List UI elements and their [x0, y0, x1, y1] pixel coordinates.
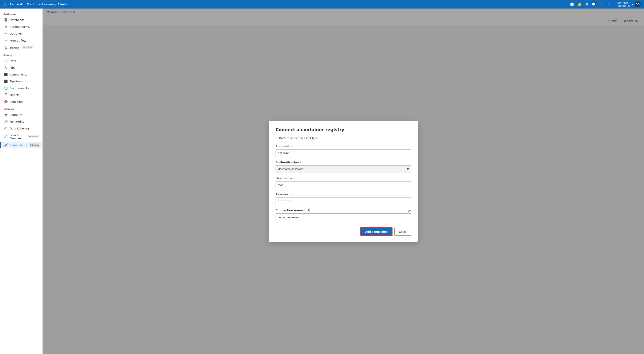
sidebar-label-data-labeling: Data Labeling	[10, 127, 29, 130]
sidebar-item-prompt-flow[interactable]: ≻ Prompt flow	[0, 37, 42, 44]
sidebar-item-linked-services[interactable]: 🔗 Linked Services PREVIEW	[0, 132, 42, 142]
password-required: *	[291, 193, 293, 196]
info-icon[interactable]: i	[307, 209, 310, 212]
sidebar-item-monitoring[interactable]: 📈 Monitoring	[0, 118, 42, 125]
sidebar-item-data[interactable]: 📊 Data	[0, 57, 42, 64]
authentication-group: Authentication * Username password Servi…	[276, 161, 411, 173]
modal: Connect a container registry ← Back to s…	[269, 121, 418, 242]
avatar: OO	[635, 1, 640, 7]
connections-badge: PREVIEW	[29, 143, 40, 146]
authoring-section-label: Authoring	[0, 10, 42, 17]
sidebar-label-linked-services: Linked Services	[10, 133, 26, 140]
help-icon[interactable]: ❓	[599, 2, 604, 7]
sidebar-label-data: Data	[10, 59, 16, 63]
sidebar-label-models: Models	[10, 93, 20, 97]
top-header: ⬡ Azure AI | Machine Learning Studio 🕐 🔔…	[0, 0, 644, 9]
compute-icon: 💻	[4, 113, 8, 116]
designer-icon: ✏	[4, 32, 8, 35]
modal-title: Connect a container registry	[276, 127, 411, 132]
models-icon: 🗄	[4, 93, 8, 97]
sidebar-item-notebooks[interactable]: 📓 Notebooks	[0, 17, 42, 23]
endpoint-input[interactable]	[276, 149, 411, 157]
linked-services-icon: 🔗	[4, 135, 8, 138]
sidebar-item-automated-ml[interactable]: ⚙ Automated ML	[0, 23, 42, 30]
azure-logo-icon: ⬡	[4, 2, 7, 7]
sidebar-item-connections[interactable]: 🚀 Connections PREVIEW	[0, 142, 42, 148]
sidebar-label-designer: Designer	[10, 32, 22, 35]
username-input[interactable]	[276, 181, 411, 189]
app-title: Azure AI | Machine Learning Studio	[9, 3, 68, 6]
username-label: User name *	[276, 177, 411, 180]
sidebar-label-monitoring: Monitoring	[10, 120, 24, 123]
username-group: User name *	[276, 177, 411, 189]
tracing-icon: 📡	[4, 46, 8, 50]
back-arrow-icon: ←	[276, 136, 278, 140]
sidebar-item-pipelines[interactable]: ⬛ Pipelines	[0, 78, 42, 85]
endpoint-label: Endpoint *	[276, 145, 411, 148]
sidebar-label-compute: Compute	[10, 113, 22, 116]
automated-ml-icon: ⚙	[4, 25, 8, 28]
connection-name-required: *	[304, 209, 305, 212]
endpoint-required: *	[290, 145, 292, 148]
connection-name-group: Connection name * i 👁	[276, 209, 411, 221]
jobs-icon: 🔧	[4, 66, 8, 69]
clock-icon[interactable]: 🕐	[570, 2, 574, 7]
back-button[interactable]: ← Back to select an asset type	[276, 136, 411, 140]
chevron-down-icon: ▼	[632, 3, 633, 6]
content-area: Microsoft › contoso-ml ⚡ Filter ⊟ Column…	[42, 9, 644, 354]
sidebar-label-components: Components	[10, 73, 27, 76]
sidebar-label-tracing: Tracing	[10, 46, 20, 50]
connections-icon: 🚀	[4, 143, 8, 147]
authentication-select[interactable]: Username password Service principal Mana…	[276, 165, 411, 173]
user-name: Contoso	[618, 1, 630, 4]
manage-section-label: Manage	[0, 105, 42, 111]
sidebar-item-models[interactable]: 🗄 Models	[0, 91, 42, 98]
username-required: *	[293, 177, 294, 180]
profile-icon[interactable]: 👤	[607, 2, 611, 7]
sidebar-item-compute[interactable]: 💻 Compute	[0, 111, 42, 118]
add-connection-button[interactable]: Add connection	[360, 228, 392, 236]
sidebar-item-components[interactable]: ⬛ Components	[0, 71, 42, 78]
components-icon: ⬛	[4, 73, 8, 76]
user-info[interactable]: Contoso contoso-ml ▼ OO	[614, 1, 640, 7]
monitoring-icon: 📈	[4, 120, 8, 123]
notebooks-icon: 📓	[4, 18, 8, 22]
main-layout: Authoring 📓 Notebooks ⚙ Automated ML ✏ D…	[0, 9, 644, 354]
prompt-flow-icon: ≻	[4, 39, 8, 43]
header-icons: 🕐 🔔 ⚙ 💬 ❓ 👤 Contoso contoso-ml ▼ OO	[570, 1, 640, 7]
sidebar-label-jobs: Jobs	[10, 66, 15, 69]
connection-name-label: Connection name * i	[276, 209, 310, 212]
sidebar-label-endpoints: Endpoints	[10, 100, 24, 103]
eye-icon[interactable]: 👁	[408, 209, 411, 213]
connection-name-input[interactable]	[276, 214, 411, 221]
password-label: Password *	[276, 193, 411, 196]
sidebar-item-endpoints[interactable]: 🎯 Endpoints	[0, 98, 42, 105]
modal-overlay: Connect a container registry ← Back to s…	[42, 9, 644, 354]
bell-icon[interactable]: 🔔	[578, 2, 582, 7]
user-sub: contoso-ml	[618, 5, 630, 7]
close-button[interactable]: Close	[394, 228, 411, 236]
pipelines-icon: ⬛	[4, 80, 8, 83]
linked-services-badge: PREVIEW	[28, 135, 39, 138]
sidebar-item-designer[interactable]: ✏ Designer	[0, 30, 42, 37]
chat-icon[interactable]: 💬	[592, 2, 596, 7]
modal-footer: Add connection Close	[276, 228, 411, 236]
settings-icon[interactable]: ⚙	[585, 2, 588, 7]
authentication-select-wrapper: Username password Service principal Mana…	[276, 165, 411, 173]
password-input[interactable]	[276, 197, 411, 205]
sidebar-label-environments: Environments	[10, 87, 29, 90]
sidebar-item-jobs[interactable]: 🔧 Jobs	[0, 64, 42, 71]
sidebar-item-environments[interactable]: 🌐 Environments	[0, 85, 42, 91]
sidebar-item-data-labeling[interactable]: 🏷 Data Labeling	[0, 125, 42, 132]
environments-icon: 🌐	[4, 86, 8, 90]
tracing-badge: PREVIEW	[22, 46, 33, 49]
sidebar-label-connections: Connections	[10, 143, 26, 147]
sidebar-item-tracing[interactable]: 📡 Tracing PREVIEW	[0, 44, 42, 51]
sidebar-label-notebooks: Notebooks	[10, 18, 24, 22]
endpoint-group: Endpoint *	[276, 145, 411, 157]
back-label: Back to select an asset type	[279, 136, 318, 140]
authentication-label: Authentication *	[276, 161, 411, 164]
endpoints-icon: 🎯	[4, 100, 8, 103]
sidebar-label-automated-ml: Automated ML	[10, 25, 30, 28]
sidebar-label-pipelines: Pipelines	[10, 80, 22, 83]
